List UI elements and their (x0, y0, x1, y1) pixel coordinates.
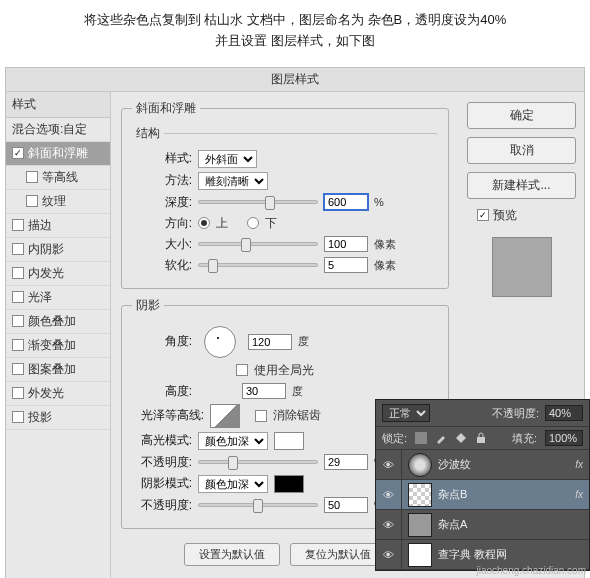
lock-brush-icon[interactable] (435, 432, 447, 444)
checkbox-icon[interactable] (12, 315, 24, 327)
lock-all-icon[interactable] (475, 432, 487, 444)
checkbox-icon[interactable] (12, 291, 24, 303)
shade-legend: 阴影 (132, 297, 164, 314)
layer-thumbnail (408, 513, 432, 537)
bevel-fieldset: 斜面和浮雕 结构 样式:外斜面 方法:雕刻清晰 深度:% 方向:上 下 大小:像… (121, 100, 449, 289)
unit-text: 像素 (374, 237, 396, 252)
shadow-opacity-input[interactable] (324, 497, 368, 513)
layer-thumbnail (408, 453, 432, 477)
layer-row[interactable]: 👁 沙波纹 fx (376, 450, 589, 480)
soften-slider[interactable] (198, 263, 318, 267)
gloss-contour-picker[interactable] (210, 404, 240, 428)
ok-button[interactable]: 确定 (467, 102, 576, 129)
visibility-icon[interactable]: 👁 (376, 480, 402, 509)
layer-row[interactable]: 👁 查字典 教程网 (376, 540, 589, 570)
fx-badge[interactable]: fx (575, 459, 589, 470)
shadow-opacity-slider[interactable] (198, 503, 318, 507)
cancel-button[interactable]: 取消 (467, 137, 576, 164)
highlight-opacity-label: 不透明度: (132, 454, 192, 471)
preview-checkbox[interactable] (477, 209, 489, 221)
checkbox-icon[interactable] (12, 387, 24, 399)
global-light-label: 使用全局光 (254, 362, 314, 379)
instruction-text: 将这些杂色点复制到 枯山水 文档中，图层命名为 杂色B，透明度设为40% 并且设… (0, 0, 590, 67)
style-item-stroke[interactable]: 描边 (6, 214, 110, 238)
size-slider[interactable] (198, 242, 318, 246)
highlight-opacity-input[interactable] (324, 454, 368, 470)
lock-transparency-icon[interactable] (415, 432, 427, 444)
highlight-opacity-slider[interactable] (198, 460, 318, 464)
altitude-input[interactable] (242, 383, 286, 399)
visibility-icon[interactable]: 👁 (376, 540, 402, 569)
styles-header: 样式 (6, 92, 110, 118)
technique-select[interactable]: 雕刻清晰 (198, 172, 268, 190)
layer-name: 杂点B (438, 487, 575, 502)
checkbox-icon[interactable] (12, 267, 24, 279)
checkbox-icon[interactable] (12, 243, 24, 255)
style-item-outer-glow[interactable]: 外发光 (6, 382, 110, 406)
opacity-input[interactable] (545, 405, 583, 421)
preview-swatch (492, 237, 552, 297)
blend-options-item[interactable]: 混合选项:自定 (6, 118, 110, 142)
checkbox-icon[interactable] (26, 195, 38, 207)
checkbox-icon[interactable] (12, 147, 24, 159)
visibility-icon[interactable]: 👁 (376, 510, 402, 539)
angle-dial[interactable] (204, 326, 236, 358)
layers-panel: 正常 不透明度: 锁定: 填充: 👁 沙波纹 fx 👁 杂点B fx 👁 杂点A… (375, 399, 590, 571)
radio-up[interactable] (198, 217, 210, 229)
structure-legend: 结构 (132, 125, 164, 142)
antialias-checkbox[interactable] (255, 410, 267, 422)
set-default-button[interactable]: 设置为默认值 (184, 543, 280, 566)
style-item-inner-glow[interactable]: 内发光 (6, 262, 110, 286)
style-item-bevel[interactable]: 斜面和浮雕 (6, 142, 110, 166)
checkbox-icon[interactable] (12, 339, 24, 351)
style-item-contour[interactable]: 等高线 (6, 166, 110, 190)
fill-input[interactable] (545, 430, 583, 446)
highlight-mode-select[interactable]: 颜色加深 (198, 432, 268, 450)
checkbox-icon[interactable] (12, 411, 24, 423)
size-label: 大小: (132, 236, 192, 253)
reset-default-button[interactable]: 复位为默认值 (290, 543, 386, 566)
technique-label: 方法: (132, 172, 192, 189)
opacity-label: 不透明度: (492, 406, 539, 421)
altitude-label: 高度: (132, 383, 192, 400)
style-item-gradient-overlay[interactable]: 渐变叠加 (6, 334, 110, 358)
soften-label: 软化: (132, 257, 192, 274)
unit-text: % (374, 196, 384, 208)
svg-rect-0 (415, 432, 427, 444)
depth-slider[interactable] (198, 200, 318, 204)
lock-label: 锁定: (382, 431, 407, 446)
layer-name: 查字典 教程网 (438, 547, 589, 562)
style-select[interactable]: 外斜面 (198, 150, 257, 168)
bevel-legend: 斜面和浮雕 (132, 100, 200, 117)
shadow-mode-label: 阴影模式: (132, 475, 192, 492)
layer-row[interactable]: 👁 杂点B fx (376, 480, 589, 510)
highlight-color-swatch[interactable] (274, 432, 304, 450)
angle-label: 角度: (132, 333, 192, 350)
layer-row[interactable]: 👁 杂点A (376, 510, 589, 540)
checkbox-icon[interactable] (12, 363, 24, 375)
shadow-color-swatch[interactable] (274, 475, 304, 493)
angle-input[interactable] (248, 334, 292, 350)
global-light-checkbox[interactable] (236, 364, 248, 376)
checkbox-icon[interactable] (26, 171, 38, 183)
style-item-satin[interactable]: 光泽 (6, 286, 110, 310)
lock-position-icon[interactable] (455, 432, 467, 444)
style-item-drop-shadow[interactable]: 投影 (6, 406, 110, 430)
new-style-button[interactable]: 新建样式... (467, 172, 576, 199)
radio-down[interactable] (247, 217, 259, 229)
style-item-inner-shadow[interactable]: 内阴影 (6, 238, 110, 262)
style-label: 样式: (132, 150, 192, 167)
style-item-color-overlay[interactable]: 颜色叠加 (6, 310, 110, 334)
shadow-mode-select[interactable]: 颜色加深 (198, 475, 268, 493)
soften-input[interactable] (324, 257, 368, 273)
style-item-texture[interactable]: 纹理 (6, 190, 110, 214)
checkbox-icon[interactable] (12, 219, 24, 231)
blend-mode-select[interactable]: 正常 (382, 404, 430, 422)
depth-input[interactable] (324, 194, 368, 210)
style-item-pattern-overlay[interactable]: 图案叠加 (6, 358, 110, 382)
size-input[interactable] (324, 236, 368, 252)
visibility-icon[interactable]: 👁 (376, 450, 402, 479)
layer-name: 沙波纹 (438, 457, 575, 472)
layer-name: 杂点A (438, 517, 589, 532)
fx-badge[interactable]: fx (575, 489, 589, 500)
